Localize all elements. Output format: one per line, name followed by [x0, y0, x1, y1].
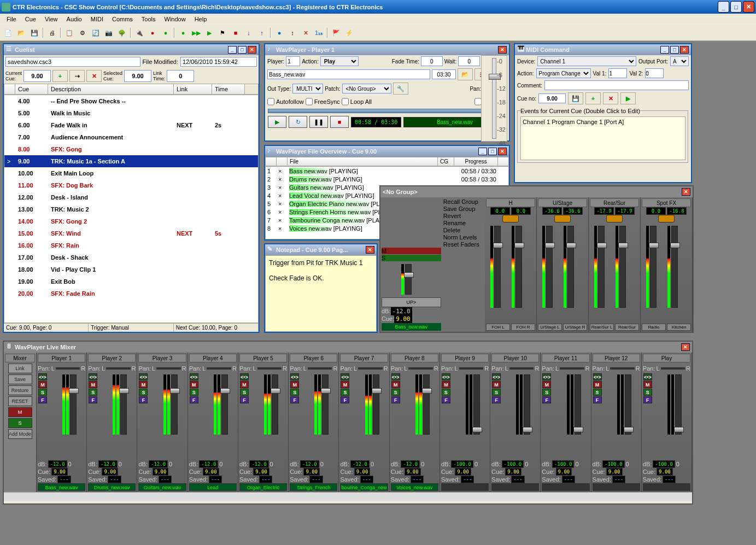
autofollow-checkbox[interactable]: Autofollow	[267, 97, 304, 107]
cuelist-close-button[interactable]: ✕	[248, 46, 256, 54]
livemixer-restore-button[interactable]: Restore	[8, 385, 32, 395]
livemixer-s-button[interactable]: S	[8, 418, 32, 428]
patch-select[interactable]: <No Group>	[342, 84, 391, 93]
livemixer-hscroll[interactable]	[4, 492, 692, 501]
pan-slider[interactable]	[408, 367, 433, 370]
f-button[interactable]: F	[240, 396, 249, 403]
pan-slider[interactable]	[257, 367, 282, 370]
stop-icon[interactable]: ■	[230, 27, 242, 39]
outtype-select[interactable]: MULTI	[292, 84, 323, 93]
wavplayer-close-button[interactable]: ✕	[498, 46, 507, 54]
open-icon[interactable]: 📂	[15, 27, 27, 39]
flag2-icon[interactable]: 🚩	[330, 27, 342, 39]
menu-comms[interactable]: Comms	[108, 15, 137, 24]
midi-val2-input[interactable]	[645, 68, 664, 78]
eq-icon[interactable]	[606, 215, 623, 222]
livemixer-save-button[interactable]: Save	[8, 374, 32, 384]
midi-events-list[interactable]: Channel 1 Program Change 1 [Port A]	[520, 116, 685, 160]
next-icon[interactable]: ↑	[256, 27, 268, 39]
insert-cue-button[interactable]: ⇢	[69, 70, 85, 82]
f-button[interactable]: F	[89, 396, 97, 403]
f-button[interactable]: F	[442, 396, 450, 403]
outmixer-delete-button[interactable]: Delete	[443, 227, 484, 233]
prev-icon[interactable]: ↓	[243, 27, 255, 39]
pan-slider[interactable]	[106, 367, 131, 370]
notepad-titlebar[interactable]: ✎ Notepad - Cue 9.00 Pag... ✕	[265, 244, 377, 255]
midi-save-button[interactable]: 💾	[568, 92, 583, 104]
midi-fire-button[interactable]: ▶	[620, 92, 636, 104]
col-description[interactable]: Description	[48, 84, 174, 94]
f-button[interactable]: F	[341, 396, 349, 403]
close-button[interactable]: ✕	[743, 1, 754, 13]
f-button[interactable]: F	[190, 396, 198, 403]
eq-icon[interactable]	[554, 215, 571, 222]
group-solo-button[interactable]: S	[382, 255, 441, 261]
solo-button[interactable]: S	[38, 389, 47, 396]
freesync-checkbox[interactable]: FreeSync	[306, 97, 340, 107]
fov-min-button[interactable]: _	[478, 148, 487, 155]
up-button[interactable]: UP>	[382, 297, 441, 307]
outmixer-revert-button[interactable]: Revert	[443, 213, 484, 219]
copy-icon[interactable]: 📋	[63, 27, 75, 39]
livemixer-titlebar[interactable]: 🎚 WavPlayer Live Mixer ✕	[4, 342, 692, 353]
midi-add-button[interactable]: +	[585, 92, 601, 104]
browse-button[interactable]: 📂	[458, 68, 473, 80]
patch-edit-button[interactable]: 🔧	[393, 83, 408, 95]
pan-slider[interactable]	[610, 367, 635, 370]
cue-row[interactable]: 18.00Vid - Play Clip 1	[4, 263, 258, 276]
cue-row[interactable]: >9.00TRK: Music 1a - Section A	[4, 155, 258, 167]
play-button[interactable]: ▶	[268, 116, 286, 128]
progress-bar[interactable]	[268, 109, 506, 113]
group-mute-button[interactable]: M	[382, 248, 441, 254]
pan-slider[interactable]	[308, 367, 332, 370]
filename-input[interactable]	[267, 69, 430, 79]
link-time-input[interactable]	[167, 70, 194, 82]
cue-row[interactable]: 14.00SFX: Gong 2	[4, 215, 258, 227]
midi-comment-input[interactable]	[544, 80, 689, 90]
fader-knob[interactable]	[69, 388, 79, 394]
enable-button[interactable]: <•>	[643, 373, 652, 380]
relay-icon[interactable]: 🔌	[133, 27, 145, 39]
fader-knob[interactable]	[493, 243, 503, 248]
livemixer-reset-button[interactable]: RESET	[8, 396, 32, 406]
cue-row[interactable]: 6.00Fade Walk inNEXT2s	[4, 119, 258, 131]
solo-button[interactable]: S	[442, 389, 450, 396]
group-fader-knob[interactable]	[404, 272, 414, 278]
record-icon[interactable]: ●	[177, 27, 189, 39]
f-button[interactable]: F	[542, 396, 551, 403]
enable-button[interactable]: <•>	[139, 373, 148, 380]
minimize-button[interactable]: _	[718, 1, 729, 13]
livemixer-add-mode-button[interactable]: Add Mode	[8, 429, 32, 439]
refresh-icon[interactable]: 🔄	[90, 27, 102, 39]
pan-slider[interactable]	[56, 367, 80, 370]
outmixer-recall-group-button[interactable]: Recall Group	[443, 198, 484, 205]
fader-knob[interactable]	[670, 243, 680, 248]
notepad-text[interactable]: Trigger from Pit for TRK Music 1 Check F…	[265, 255, 377, 332]
col-time[interactable]: Time	[212, 84, 245, 94]
mute-button[interactable]: M	[643, 381, 652, 388]
enable-button[interactable]: <•>	[240, 373, 249, 380]
mute-button[interactable]: M	[341, 381, 349, 388]
wavplayer-master-fader[interactable]: -0-6-12-18-24-32-48-64	[481, 55, 507, 142]
outmixer-titlebar[interactable]: <No Group> ✕	[380, 186, 693, 197]
solo-button[interactable]: S	[240, 389, 249, 396]
cuelist-body[interactable]: 4.00-- End Pre Show Checks --5.00Walk in…	[4, 95, 259, 323]
blue-circle-icon[interactable]: ●	[273, 27, 285, 39]
fader-knob[interactable]	[523, 427, 532, 432]
fov-row[interactable]: 1×Bass new.wav [PLAYING]00:58 / 03:30	[266, 167, 508, 175]
cue-row[interactable]: 11.00SFX: Dog Bark	[4, 179, 258, 191]
cue-row[interactable]: 5.00Walk in Music	[4, 107, 258, 119]
cue-row[interactable]: 13.00TRK: Music 2	[4, 203, 258, 215]
livemixer-link-button[interactable]: Link	[8, 364, 32, 373]
fov-col-cg[interactable]: CG	[438, 157, 454, 166]
solo-button[interactable]: S	[542, 389, 551, 396]
mute-button[interactable]: M	[542, 381, 551, 388]
pan-slider[interactable]	[459, 367, 484, 370]
outmixer-close-button[interactable]: ✕	[682, 188, 690, 196]
mute-button[interactable]: M	[38, 381, 47, 388]
tree-icon[interactable]: 🌳	[116, 27, 128, 39]
fader-knob[interactable]	[321, 388, 331, 394]
enable-button[interactable]: <•>	[190, 373, 198, 380]
eq-icon[interactable]	[658, 215, 675, 222]
enable-button[interactable]: <•>	[593, 373, 602, 380]
